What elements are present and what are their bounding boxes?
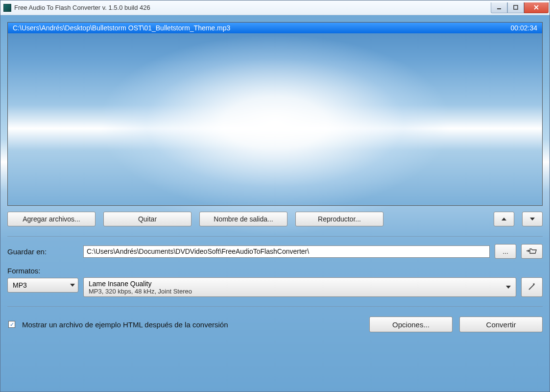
footer-row: ✓ Mostrar un archivo de ejemplo HTML des…: [7, 313, 543, 332]
formats-label: Formatos:: [7, 267, 78, 275]
chevron-down-icon: [70, 284, 75, 287]
toolbar: Agregar archivos... Quitar Nombre de sal…: [7, 211, 543, 230]
file-list[interactable]: C:\Users\Andrés\Desktop\Bulletstorm OST\…: [7, 22, 543, 206]
window-controls: [491, 2, 549, 13]
save-path-value: C:\Users\Andrés\Documents\DVDVideoSoft\F…: [87, 247, 309, 255]
quality-name: Lame Insane Quality: [89, 280, 502, 288]
remove-button[interactable]: Quitar: [103, 212, 191, 226]
formats-row: Formatos: MP3 Lame Insane Quality MP3, 3…: [7, 265, 543, 298]
window-title: Free Audio To Flash Converter v. 1.5.0 b…: [14, 4, 491, 11]
file-path: C:\Users\Andrés\Desktop\Bulletstorm OST\…: [13, 24, 230, 32]
arrow-up-icon: [502, 218, 506, 220]
file-row[interactable]: C:\Users\Andrés\Desktop\Bulletstorm OST\…: [8, 23, 542, 33]
close-button[interactable]: [524, 2, 549, 13]
chevron-down-icon: [506, 286, 511, 289]
maximize-button[interactable]: [507, 2, 524, 13]
add-files-button[interactable]: Agregar archivos...: [7, 212, 96, 226]
wand-icon: [527, 282, 536, 293]
convert-label: Convertir: [486, 320, 516, 329]
player-label: Reproductor...: [318, 215, 361, 223]
save-path-input[interactable]: C:\Users\Andrés\Documents\DVDVideoSoft\F…: [83, 245, 490, 258]
codec-value: MP3: [13, 281, 27, 289]
minimize-icon: [496, 4, 502, 10]
file-duration: 00:02:34: [511, 24, 538, 32]
options-label: Opciones...: [392, 320, 430, 329]
close-icon: [533, 4, 539, 10]
output-name-label: Nombre de salida...: [214, 215, 273, 223]
svg-rect-1: [514, 5, 518, 9]
maximize-icon: [513, 4, 519, 10]
player-button[interactable]: Reproductor...: [295, 212, 383, 226]
minimize-button[interactable]: [491, 2, 507, 13]
browse-button[interactable]: ...: [495, 244, 516, 259]
show-example-checkbox[interactable]: ✓: [8, 321, 15, 328]
quality-select[interactable]: Lame Insane Quality MP3, 320 kbps, 48 kH…: [83, 277, 516, 297]
remove-label: Quitar: [138, 215, 157, 223]
app-icon: [3, 4, 11, 12]
browse-label: ...: [502, 247, 508, 255]
arrow-down-icon: [530, 218, 535, 220]
save-row: Guardar en: C:\Users\Andrés\Documents\DV…: [7, 243, 543, 260]
codec-select[interactable]: MP3: [7, 278, 78, 293]
output-name-button[interactable]: Nombre de salida...: [199, 212, 287, 226]
quality-wizard-button[interactable]: [521, 277, 543, 297]
open-folder-icon: [526, 247, 537, 256]
divider: [7, 306, 543, 307]
add-files-label: Agregar archivos...: [23, 215, 80, 223]
quality-detail: MP3, 320 kbps, 48 kHz, Joint Stereo: [89, 288, 502, 295]
svg-rect-0: [497, 8, 501, 9]
check-icon: ✓: [10, 322, 14, 327]
move-up-button[interactable]: [494, 212, 514, 226]
move-down-button[interactable]: [522, 212, 543, 226]
convert-button[interactable]: Convertir: [459, 317, 543, 332]
divider: [7, 236, 543, 237]
content-area: C:\Users\Andrés\Desktop\Bulletstorm OST\…: [0, 15, 550, 392]
open-folder-button[interactable]: [521, 244, 543, 259]
options-button[interactable]: Opciones...: [369, 317, 453, 332]
save-label: Guardar en:: [7, 247, 78, 256]
app-window: Free Audio To Flash Converter v. 1.5.0 b…: [0, 0, 550, 392]
show-example-label: Mostrar un archivo de ejemplo HTML despu…: [22, 320, 228, 329]
titlebar[interactable]: Free Audio To Flash Converter v. 1.5.0 b…: [0, 0, 550, 15]
